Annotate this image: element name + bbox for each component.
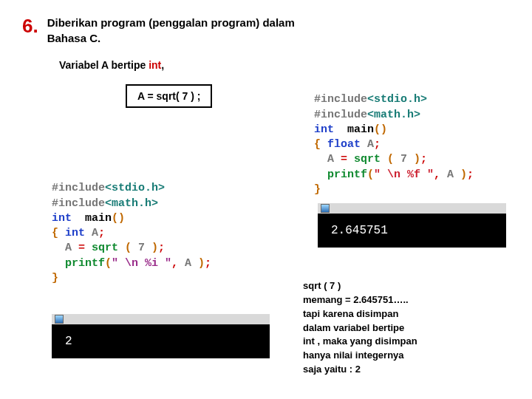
code-token: #include: [314, 93, 367, 106]
code-token: float: [321, 138, 361, 151]
code-token: (: [125, 242, 132, 254]
code-token: A: [314, 153, 341, 166]
code-token: ;: [374, 138, 381, 151]
code-token: ;: [98, 227, 105, 239]
code-snippet-float: #include<stdio.h> #include<math.h> int m…: [314, 78, 474, 197]
code-token: #include: [314, 109, 367, 121]
code-token: sqrt: [85, 242, 125, 254]
code-token: {: [314, 138, 321, 151]
variable-declaration: Variabel A bertipe int,: [59, 59, 510, 71]
question-number: 6.: [22, 15, 38, 38]
output-console-int: 2: [52, 314, 270, 358]
explain-line: sqrt ( 7 ): [303, 280, 341, 291]
code-token: <stdio.h>: [367, 93, 427, 106]
code-token: int: [58, 227, 85, 239]
explanation-text: sqrt ( 7 ) memang = 2.645751….. tapi kar…: [303, 279, 510, 377]
question-header: 6. Diberikan program (penggalan program)…: [22, 15, 510, 46]
code-token: <stdio.h>: [105, 182, 165, 194]
code-token: <math.h>: [105, 197, 158, 210]
code-token: A: [185, 257, 198, 270]
code-token: (: [105, 257, 112, 270]
title-line-1: Diberikan program (penggalan program) da…: [47, 16, 295, 29]
explain-line: memang = 2.645751…..: [303, 294, 409, 305]
code-token: =: [341, 153, 347, 166]
code-token: #include: [52, 197, 105, 210]
code-token: ;: [467, 168, 474, 181]
code-token: #include: [52, 182, 105, 194]
title-line-2: Bahasa C.: [47, 32, 101, 44]
code-token: ): [151, 242, 158, 254]
variable-pre: Variabel A bertipe: [59, 59, 149, 71]
code-token: printf: [314, 168, 367, 181]
output-console-float: 2.645751: [318, 203, 506, 248]
code-token: " \n %f ": [374, 168, 434, 181]
formula-box: A = sqrt( 7 ) ;: [126, 84, 212, 108]
code-token: (: [387, 153, 394, 166]
code-token: main: [334, 123, 374, 136]
code-token: ;: [205, 257, 211, 270]
code-token: ): [414, 153, 420, 166]
console-icon: [321, 204, 330, 213]
console-titlebar: [318, 203, 506, 214]
code-token: printf: [52, 257, 105, 270]
code-token: {: [52, 227, 58, 239]
code-token: A: [361, 138, 374, 151]
code-token: (: [367, 168, 374, 181]
code-snippet-int: #include<stdio.h> #include<math.h> int m…: [52, 166, 211, 286]
code-token: }: [314, 183, 321, 196]
code-token: int: [52, 212, 72, 225]
code-token: 7: [132, 242, 151, 254]
console-output-value: 2: [52, 324, 270, 358]
code-token: (): [112, 212, 125, 225]
code-token: A: [447, 168, 460, 181]
explain-line: int , maka yang disimpan: [303, 335, 417, 347]
code-token: ;: [420, 153, 427, 166]
code-token: A: [85, 227, 98, 239]
console-output-value: 2.645751: [318, 214, 506, 248]
code-token: A: [52, 242, 78, 254]
code-token: ): [198, 257, 205, 270]
code-token: =: [78, 242, 85, 254]
code-token: sqrt: [347, 153, 387, 166]
code-token: main: [72, 212, 112, 225]
explain-line: tapi karena disimpan: [303, 308, 398, 319]
code-token: }: [52, 272, 58, 284]
code-token: " \n %i ": [112, 257, 171, 270]
code-token: 7: [394, 153, 414, 166]
variable-keyword: int: [149, 59, 161, 71]
explain-line: hanya nilai integernya: [303, 349, 404, 361]
code-token: ;: [158, 242, 165, 254]
explain-line: saja yaitu : 2: [303, 364, 361, 375]
code-token: <math.h>: [367, 109, 420, 121]
code-token: ,: [434, 168, 447, 181]
code-token: (): [374, 123, 387, 136]
variable-post: ,: [161, 59, 164, 71]
code-token: int: [314, 123, 334, 136]
console-icon: [55, 315, 64, 324]
console-titlebar: [52, 314, 270, 324]
code-token: ): [460, 168, 467, 181]
code-token: ,: [171, 257, 185, 270]
explain-line: dalam variabel bertipe: [303, 322, 404, 333]
question-title: Diberikan program (penggalan program) da…: [47, 15, 295, 46]
